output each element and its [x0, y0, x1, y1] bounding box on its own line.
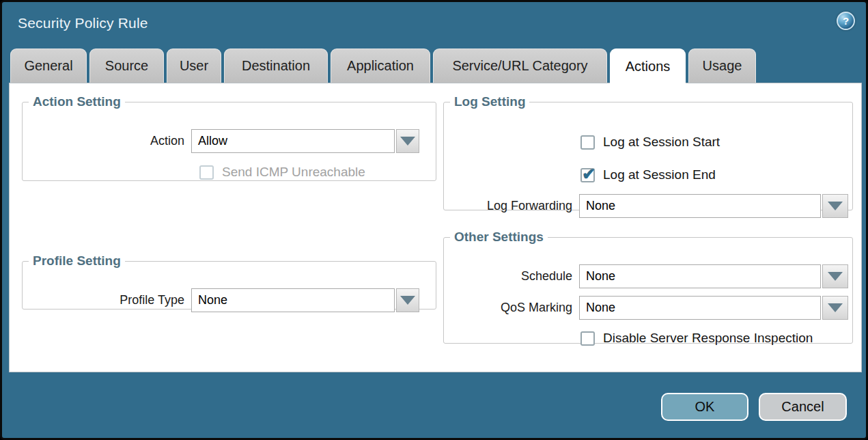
log-session-start-row: Log at Session Start — [580, 135, 720, 150]
security-policy-rule-dialog: Security Policy Rule ? General Source Us… — [0, 0, 868, 440]
schedule-label: Schedule — [444, 269, 579, 284]
log-forwarding-row: Log Forwarding None — [444, 194, 848, 218]
ok-button[interactable]: OK — [661, 393, 748, 421]
schedule-row: Schedule None — [444, 264, 848, 288]
action-dropdown-value[interactable]: Allow — [191, 129, 395, 153]
disable-sri-row: Disable Server Response Inspection — [580, 331, 813, 346]
qos-marking-dropdown-button[interactable] — [822, 296, 848, 320]
tab-service-url-category[interactable]: Service/URL Category — [433, 49, 607, 83]
action-setting-group: Action Setting Action Allow Send ICMP Un… — [22, 94, 436, 181]
send-icmp-unreachable-label: Send ICMP Unreachable — [222, 165, 365, 180]
tab-general[interactable]: General — [10, 49, 87, 83]
profile-type-dropdown[interactable]: None — [191, 288, 419, 312]
help-icon[interactable]: ? — [837, 12, 855, 30]
log-forwarding-label: Log Forwarding — [444, 199, 579, 213]
profile-type-dropdown-value[interactable]: None — [191, 288, 395, 312]
qos-marking-dropdown[interactable]: None — [579, 296, 848, 320]
log-session-end-row: Log at Session End — [580, 167, 716, 182]
dialog-title: Security Policy Rule — [18, 15, 148, 31]
tab-application[interactable]: Application — [331, 49, 430, 83]
profile-setting-group: Profile Setting Profile Type None — [22, 253, 436, 310]
actions-tab-panel: Action Setting Action Allow Send ICMP Un… — [9, 83, 862, 372]
chevron-down-icon — [400, 137, 415, 146]
tab-usage[interactable]: Usage — [688, 49, 756, 83]
disable-server-response-inspection-checkbox[interactable] — [580, 331, 595, 346]
send-icmp-unreachable-checkbox[interactable] — [199, 165, 214, 180]
profile-type-dropdown-button[interactable] — [396, 288, 419, 312]
other-settings-group: Other Settings Schedule None QoS Marking… — [443, 230, 853, 344]
action-label: Action — [23, 134, 191, 148]
tab-source[interactable]: Source — [89, 49, 164, 83]
action-dropdown[interactable]: Allow — [191, 129, 419, 153]
chevron-down-icon — [828, 202, 843, 210]
chevron-down-icon — [400, 296, 415, 305]
profile-type-row: Profile Type None — [23, 288, 419, 312]
tab-user[interactable]: User — [167, 49, 221, 83]
action-row: Action Allow — [23, 129, 419, 153]
chevron-down-icon — [828, 303, 843, 312]
log-forwarding-dropdown-value[interactable]: None — [579, 194, 821, 218]
log-at-session-start-checkbox[interactable] — [580, 135, 595, 150]
log-forwarding-dropdown-button[interactable] — [822, 194, 848, 218]
chevron-down-icon — [828, 272, 843, 281]
title-bar: Security Policy Rule ? — [2, 2, 866, 46]
tab-destination[interactable]: Destination — [224, 49, 328, 83]
qos-marking-label: QoS Marking — [444, 301, 579, 315]
tab-actions[interactable]: Actions — [610, 49, 686, 84]
schedule-dropdown-value[interactable]: None — [579, 264, 821, 288]
log-at-session-end-checkbox[interactable] — [580, 168, 595, 182]
log-at-session-start-label: Log at Session Start — [603, 135, 720, 150]
tab-bar: General Source User Destination Applicat… — [10, 49, 756, 83]
disable-server-response-inspection-label: Disable Server Response Inspection — [603, 331, 813, 346]
other-settings-legend: Other Settings — [450, 230, 548, 245]
schedule-dropdown[interactable]: None — [579, 264, 848, 288]
send-icmp-row: Send ICMP Unreachable — [199, 165, 365, 180]
cancel-button[interactable]: Cancel — [759, 393, 847, 421]
log-at-session-end-label: Log at Session End — [603, 167, 716, 182]
log-forwarding-dropdown[interactable]: None — [579, 194, 848, 218]
action-setting-legend: Action Setting — [29, 94, 125, 109]
profile-type-label: Profile Type — [23, 293, 191, 307]
action-dropdown-button[interactable] — [396, 129, 419, 153]
qos-marking-row: QoS Marking None — [444, 296, 848, 320]
qos-marking-dropdown-value[interactable]: None — [579, 296, 821, 320]
log-setting-group: Log Setting Log at Session Start Log at … — [443, 94, 853, 210]
log-setting-legend: Log Setting — [450, 94, 529, 109]
profile-setting-legend: Profile Setting — [29, 253, 125, 269]
schedule-dropdown-button[interactable] — [822, 264, 848, 288]
